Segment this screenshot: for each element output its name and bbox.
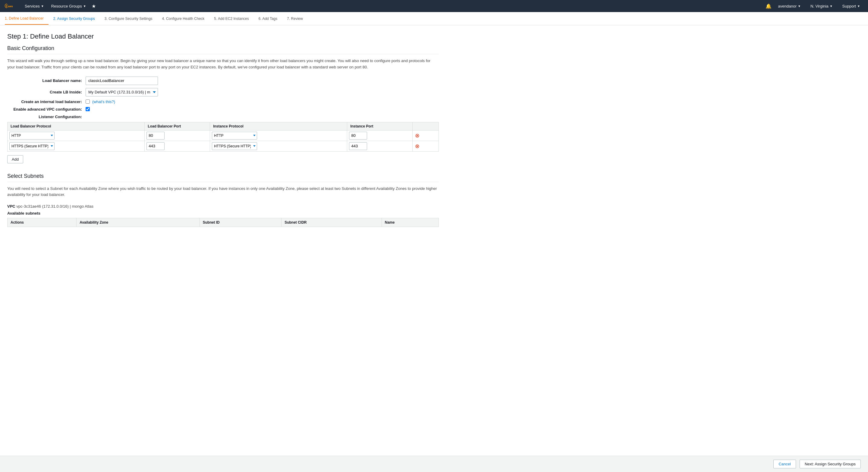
step1-label: 1. Define Load Balancer: [5, 16, 44, 21]
wizard-step-4: 4. Configure Health Check: [157, 13, 210, 24]
lb-port-cell-2: [145, 141, 210, 151]
top-nav-right: 🔔 avendanor ▼ N. Virginia ▼ Support ▼: [766, 2, 863, 10]
whats-this-link[interactable]: (what's this?): [92, 99, 115, 104]
user-label: avendanor: [778, 4, 797, 8]
vpc-info: VPC vpc-3c31ae46 (172.31.0.0/16) | mongo…: [7, 204, 439, 209]
lb-protocol-select-2[interactable]: HTTP HTTPS (Secure HTTP) TCP SSL (Secure…: [9, 142, 55, 150]
step7-label: 7. Review: [287, 17, 303, 21]
subnets-table-header-row: Actions Availability Zone Subnet ID Subn…: [7, 218, 439, 227]
region-label: N. Virginia: [810, 4, 829, 8]
advanced-vpc-checkbox[interactable]: [86, 107, 90, 111]
remove-cell-2: ⊗: [412, 141, 439, 151]
support-menu[interactable]: Support ▼: [839, 2, 863, 10]
wizard-step-1[interactable]: 1. Define Load Balancer: [5, 13, 49, 25]
subnets-title: Select Subnets: [7, 173, 439, 179]
create-lb-row: Create LB Inside: My Default VPC (172.31…: [7, 88, 439, 96]
svg-text:aws: aws: [8, 5, 13, 8]
wizard-step-3: 3. Configure Security Settings: [100, 13, 157, 24]
step4-label: 4. Configure Health Check: [162, 17, 205, 21]
region-chevron-icon: ▼: [830, 4, 833, 8]
instance-port-cell-2: [347, 141, 412, 151]
internal-lb-label: Create an internal load balancer:: [7, 99, 86, 104]
create-lb-select[interactable]: My Default VPC (172.31.0.0/16) | mongo A…: [86, 88, 158, 96]
th-actions: Actions: [7, 218, 76, 227]
available-subnets-label: Available subnets: [7, 211, 439, 216]
subnets-description: You will need to select a Subnet for eac…: [7, 186, 439, 198]
remove-row-2-button[interactable]: ⊗: [414, 142, 420, 150]
instance-protocol-select-2[interactable]: HTTP HTTPS (Secure HTTP) TCP SSL (Secure…: [212, 142, 257, 150]
advanced-vpc-label: Enable advanced VPC configuration:: [7, 107, 86, 112]
step6-label: 6. Add Tags: [258, 17, 278, 21]
support-chevron-icon: ▼: [857, 4, 860, 8]
th-name: Name: [381, 218, 438, 227]
support-label: Support: [842, 4, 856, 8]
basic-config-title: Basic Configuration: [7, 45, 439, 52]
instance-protocol-select-1[interactable]: HTTP HTTPS (Secure HTTP) TCP SSL (Secure…: [212, 132, 257, 139]
lb-port-input-2[interactable]: [147, 142, 164, 150]
vpc-value: vpc-3c31ae46 (172.31.0.0/16) | mongo Atl…: [16, 204, 93, 209]
bookmarks-star-icon[interactable]: ★: [92, 3, 96, 9]
advanced-vpc-row: Enable advanced VPC configuration:: [7, 107, 439, 112]
listener-row-2: HTTP HTTPS (Secure HTTP) TCP SSL (Secure…: [7, 141, 439, 151]
th-remove: [412, 122, 439, 130]
instance-port-cell-1: [347, 130, 412, 141]
wizard-steps-bar: 1. Define Load Balancer 2. Assign Securi…: [0, 12, 868, 25]
page-title: Step 1: Define Load Balancer: [7, 33, 439, 40]
create-lb-label: Create LB Inside:: [7, 90, 86, 94]
section-divider-1: [7, 54, 439, 54]
wizard-step-7: 7. Review: [282, 13, 308, 24]
th-subnet-id: Subnet ID: [199, 218, 281, 227]
select-subnets-section: Select Subnets You will need to select a…: [7, 173, 439, 227]
step2-label: 2. Assign Security Groups: [53, 17, 95, 21]
vpc-label: VPC: [7, 204, 16, 209]
th-lb-protocol: Load Balancer Protocol: [7, 122, 145, 130]
lb-protocol-cell-2: HTTP HTTPS (Secure HTTP) TCP SSL (Secure…: [7, 141, 145, 151]
resource-groups-label: Resource Groups: [51, 4, 82, 8]
add-listener-button[interactable]: Add: [7, 155, 23, 163]
nav-items: Services ▼ Resource Groups ▼ ★: [22, 2, 766, 10]
instance-protocol-cell-1: HTTP HTTPS (Secure HTTP) TCP SSL (Secure…: [210, 130, 347, 141]
wizard-step-5: 5. Add EC2 Instances: [209, 13, 253, 24]
instance-port-input-2[interactable]: [349, 142, 367, 150]
services-label: Services: [25, 4, 40, 8]
th-lb-port: Load Balancer Port: [145, 122, 210, 130]
instance-protocol-cell-2: HTTP HTTPS (Secure HTTP) TCP SSL (Secure…: [210, 141, 347, 151]
th-instance-protocol: Instance Protocol: [210, 122, 347, 130]
user-menu[interactable]: avendanor ▼: [775, 2, 804, 10]
listener-table: Load Balancer Protocol Load Balancer Por…: [7, 122, 439, 152]
notifications-bell-icon[interactable]: 🔔: [766, 3, 772, 9]
user-chevron-icon: ▼: [798, 4, 801, 8]
th-instance-port: Instance Port: [347, 122, 412, 130]
th-subnet-cidr: Subnet CIDR: [281, 218, 382, 227]
wizard-step-6: 6. Add Tags: [254, 13, 282, 24]
lb-name-input[interactable]: [86, 76, 158, 85]
lb-port-input-1[interactable]: [147, 132, 164, 139]
services-nav[interactable]: Services ▼: [22, 2, 47, 10]
step5-label: 5. Add EC2 Instances: [214, 17, 249, 21]
region-menu[interactable]: N. Virginia ▼: [807, 2, 836, 10]
lb-port-cell-1: [145, 130, 210, 141]
listener-config-label: Listener Configuration:: [7, 115, 86, 119]
th-availability-zone: Availability Zone: [76, 218, 200, 227]
lb-protocol-select-1[interactable]: HTTP HTTPS (Secure HTTP) TCP SSL (Secure…: [9, 132, 55, 139]
internal-lb-row: Create an internal load balancer: (what'…: [7, 99, 439, 104]
resource-groups-nav[interactable]: Resource Groups ▼: [48, 2, 89, 10]
top-navigation: aws Services ▼ Resource Groups ▼ ★ 🔔 ave…: [0, 0, 868, 12]
remove-row-1-button[interactable]: ⊗: [414, 132, 420, 139]
step3-label: 3. Configure Security Settings: [104, 17, 153, 21]
services-chevron-icon: ▼: [41, 4, 44, 8]
section-divider-2: [7, 182, 439, 182]
internal-lb-checkbox[interactable]: [86, 99, 90, 104]
page-content: Step 1: Define Load Balancer Basic Confi…: [0, 25, 446, 251]
lb-protocol-cell-1: HTTP HTTPS (Secure HTTP) TCP SSL (Secure…: [7, 130, 145, 141]
lb-name-label: Load Balancer name:: [7, 78, 86, 83]
remove-cell-1: ⊗: [412, 130, 439, 141]
lb-name-row: Load Balancer name:: [7, 76, 439, 85]
wizard-step-2[interactable]: 2. Assign Security Groups: [49, 13, 100, 24]
listener-config-row: Listener Configuration:: [7, 115, 439, 119]
aws-logo[interactable]: aws: [5, 3, 16, 9]
basic-config-description: This wizard will walk you through settin…: [7, 58, 439, 70]
instance-port-input-1[interactable]: [349, 132, 367, 139]
internal-lb-checkbox-group: (what's this?): [86, 99, 115, 104]
resource-groups-chevron-icon: ▼: [83, 4, 86, 8]
